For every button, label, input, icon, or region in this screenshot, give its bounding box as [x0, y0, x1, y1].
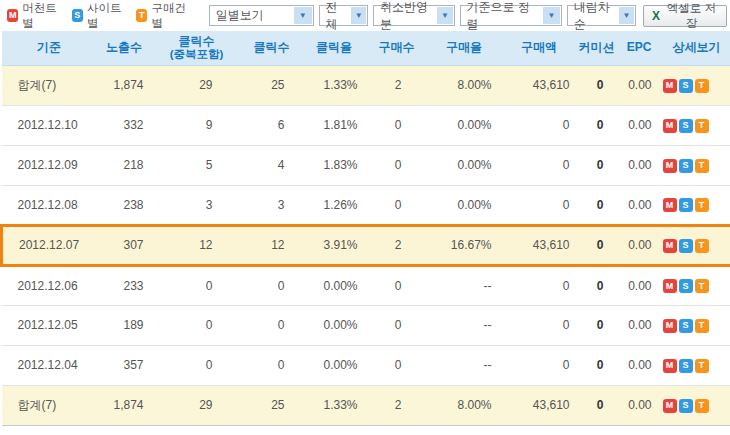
cell-purchase-rate: --: [427, 265, 502, 305]
transaction-detail-icon[interactable]: T: [695, 79, 709, 93]
table-row-2012-12-09: 2012.12.09 218 5 4 1.83% 0 0.00% 0 0 0.0…: [2, 145, 730, 185]
merchant-detail-icon[interactable]: M: [663, 279, 677, 293]
site-detail-icon[interactable]: S: [679, 319, 693, 333]
site-detail-icon[interactable]: S: [679, 159, 693, 173]
cell-purchases: 2: [367, 385, 427, 425]
scope-select[interactable]: 전체 ▼: [319, 5, 368, 26]
merchant-detail-icon[interactable]: M: [663, 319, 677, 333]
cell-commission: 0: [577, 265, 617, 305]
site-icon: S: [72, 9, 83, 22]
cell-impressions: 357: [97, 345, 152, 385]
cell-criteria: 2012.12.05: [2, 305, 97, 345]
merchant-detail-icon[interactable]: M: [663, 198, 677, 212]
transaction-icon: T: [136, 9, 147, 22]
sort-order-select[interactable]: 내림차순 ▼: [567, 5, 636, 26]
table-row-2012-12-07-highlighted: 2012.12.07 307 12 12 3.91% 2 16.67% 43,6…: [2, 225, 730, 265]
col-header-clicks-dup[interactable]: 클릭수 (중복포함): [152, 31, 242, 65]
cell-clicks: 3: [242, 185, 302, 225]
site-detail-icon[interactable]: S: [679, 359, 693, 373]
cell-purchase-rate: --: [427, 305, 502, 345]
chevron-down-icon: ▼: [351, 7, 366, 24]
cell-ctr: 1.26%: [302, 185, 367, 225]
site-detail-icon[interactable]: S: [679, 239, 693, 253]
cell-purchases: 0: [367, 265, 427, 305]
col-header-impressions[interactable]: 노출수: [97, 31, 152, 65]
merchant-detail-icon[interactable]: M: [663, 159, 677, 173]
transaction-detail-icon[interactable]: T: [695, 359, 709, 373]
sort-field-select[interactable]: 기준으로 정렬 ▼: [460, 5, 562, 26]
col-header-clicks-dup-line2: (중복포함): [152, 48, 242, 61]
col-header-commission[interactable]: 커미션: [577, 31, 617, 65]
cell-epc: 0.00: [617, 225, 662, 265]
cell-commission: 0: [577, 105, 617, 145]
cell-purchase-amount: 0: [502, 105, 577, 145]
cell-impressions: 307: [97, 225, 152, 265]
sort-field-value: 기준으로 정렬: [467, 0, 537, 33]
col-header-purchase-rate[interactable]: 구매율: [427, 31, 502, 65]
cell-ctr: 0.00%: [302, 265, 367, 305]
table-row-2012-12-05: 2012.12.05 189 0 0 0.00% 0 -- 0 0 0.00 M…: [2, 305, 730, 345]
merchant-detail-icon[interactable]: M: [663, 239, 677, 253]
table-row-2012-12-04: 2012.12.04 357 0 0 0.00% 0 -- 0 0 0.00 M…: [2, 345, 730, 385]
cell-details: MST: [662, 265, 730, 305]
cell-clicks-dup: 0: [152, 345, 242, 385]
legend-site-label: 사이트별: [87, 1, 127, 31]
transaction-detail-icon[interactable]: T: [695, 159, 709, 173]
col-header-clicks-dup-line1: 클릭수: [179, 34, 215, 48]
transaction-detail-icon[interactable]: T: [695, 119, 709, 133]
chevron-down-icon: ▼: [543, 7, 560, 24]
chevron-down-icon: ▼: [619, 7, 634, 24]
transaction-detail-icon[interactable]: T: [695, 399, 709, 413]
merchant-detail-icon[interactable]: M: [663, 119, 677, 133]
cell-commission: 0: [577, 185, 617, 225]
cell-details: MST: [662, 105, 730, 145]
cell-impressions: 1,874: [97, 385, 152, 425]
site-detail-icon[interactable]: S: [679, 399, 693, 413]
col-header-purchases[interactable]: 구매수: [367, 31, 427, 65]
cell-epc: 0.00: [617, 185, 662, 225]
col-header-criteria[interactable]: 기준: [2, 31, 97, 65]
site-detail-icon[interactable]: S: [679, 279, 693, 293]
cell-ctr: 1.83%: [302, 145, 367, 185]
cell-ctr: 0.00%: [302, 345, 367, 385]
merchant-detail-icon[interactable]: M: [663, 359, 677, 373]
cell-details: MST: [662, 305, 730, 345]
col-header-ctr[interactable]: 클릭율: [302, 31, 367, 65]
cell-clicks: 0: [242, 265, 302, 305]
cell-impressions: 233: [97, 265, 152, 305]
cell-details: MST: [662, 385, 730, 425]
merchant-detail-icon[interactable]: M: [663, 79, 677, 93]
site-detail-icon[interactable]: S: [679, 79, 693, 93]
col-header-purchase-amount[interactable]: 구매액: [502, 31, 577, 65]
legend-merchant: M 머천트별: [7, 1, 63, 31]
cell-clicks-dup: 0: [152, 305, 242, 345]
cell-purchases: 0: [367, 305, 427, 345]
cell-purchases: 2: [367, 225, 427, 265]
report-page: M 머천트별 S 사이트별 T 구매건별 일별보기 ▼ 전체 ▼ 취소반영분 ▼…: [0, 0, 730, 435]
cell-clicks-dup: 12: [152, 225, 242, 265]
site-detail-icon[interactable]: S: [679, 198, 693, 212]
cell-purchase-amount: 43,610: [502, 65, 577, 105]
cell-purchase-amount: 43,610: [502, 225, 577, 265]
cell-purchase-rate: 8.00%: [427, 65, 502, 105]
excel-save-button[interactable]: X 엑셀로 저장: [643, 5, 727, 27]
cancel-reflect-select[interactable]: 취소반영분 ▼: [373, 5, 455, 26]
legend: M 머천트별 S 사이트별 T 구매건별: [7, 1, 201, 31]
merchant-detail-icon[interactable]: M: [663, 399, 677, 413]
col-header-epc[interactable]: EPC: [617, 31, 662, 65]
cell-clicks-dup: 0: [152, 265, 242, 305]
cell-purchase-amount: 0: [502, 305, 577, 345]
legend-transaction-label: 구매건별: [151, 1, 191, 31]
view-mode-select[interactable]: 일별보기 ▼: [209, 5, 314, 26]
col-header-clicks[interactable]: 클릭수: [242, 31, 302, 65]
cell-purchase-rate: 8.00%: [427, 385, 502, 425]
site-detail-icon[interactable]: S: [679, 119, 693, 133]
transaction-detail-icon[interactable]: T: [695, 239, 709, 253]
transaction-detail-icon[interactable]: T: [695, 198, 709, 212]
cell-criteria: 2012.12.04: [2, 345, 97, 385]
cell-epc: 0.00: [617, 385, 662, 425]
cell-impressions: 238: [97, 185, 152, 225]
cell-epc: 0.00: [617, 145, 662, 185]
transaction-detail-icon[interactable]: T: [695, 319, 709, 333]
transaction-detail-icon[interactable]: T: [695, 279, 709, 293]
